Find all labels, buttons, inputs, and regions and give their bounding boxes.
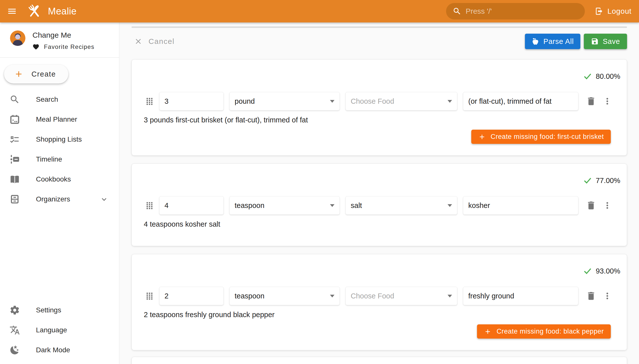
search-input[interactable] <box>466 7 580 16</box>
hamburger-menu-button[interactable] <box>7 6 17 16</box>
food-select[interactable]: Choose Food <box>345 287 457 305</box>
sidebar-item-shopping-lists[interactable]: Shopping Lists <box>0 130 119 149</box>
parser-toolbar: Cancel Parse All Save <box>132 34 627 49</box>
timeline-icon <box>10 154 20 164</box>
sidebar-item-label: Settings <box>36 306 61 314</box>
ingredient-fields-row: pound Choose Food <box>132 92 627 110</box>
note-input[interactable] <box>463 287 578 305</box>
food-value: salt <box>351 202 362 210</box>
quantity-input[interactable] <box>159 196 224 215</box>
favorite-recipes-label: Favorite Recipes <box>44 44 94 50</box>
delete-button[interactable] <box>586 200 596 211</box>
sidebar-item-settings[interactable]: Settings <box>0 300 119 320</box>
unit-value: pound <box>235 97 255 106</box>
sidebar-item-organizers[interactable]: Organizers <box>0 189 119 209</box>
create-missing-food-label: Create missing food: first-cut brisket <box>491 133 604 140</box>
drag-handle[interactable] <box>146 202 153 209</box>
cancel-button[interactable]: Cancel <box>132 37 174 46</box>
search-icon <box>453 7 462 16</box>
logout-label: Logout <box>607 7 631 16</box>
original-text: 2 teaspoons freshly ground black pepper <box>144 311 615 319</box>
delete-button[interactable] <box>586 291 596 301</box>
unit-select[interactable]: teaspoon <box>229 287 340 305</box>
quantity-input[interactable] <box>159 92 224 110</box>
user-section: Change Me Favorite Recipes <box>0 22 119 50</box>
sidebar-item-label: Meal Planner <box>36 116 77 124</box>
hamburger-icon <box>7 6 17 16</box>
ingredient-card: 93.00% teaspoon Choose Food <box>132 254 627 350</box>
heart-icon <box>33 44 40 50</box>
more-menu-button[interactable] <box>602 291 612 301</box>
plus-icon <box>484 328 492 335</box>
chevron-down-icon <box>448 295 452 298</box>
ingredient-card: 80.00% pound Choose Food <box>132 59 627 156</box>
save-button[interactable]: Save <box>584 34 627 49</box>
create-missing-food-button[interactable]: Create missing food: black pepper <box>477 324 611 338</box>
chevron-down-icon <box>330 100 334 103</box>
sidebar-item-label: Shopping Lists <box>36 136 82 143</box>
sidebar-divider <box>0 57 119 58</box>
sidebar-item-dark-mode[interactable]: Dark Mode <box>0 340 119 360</box>
sidebar-item-cookbooks[interactable]: Cookbooks <box>0 169 119 189</box>
sidebar-item-label: Timeline <box>36 155 62 163</box>
quantity-input[interactable] <box>159 287 224 305</box>
chevron-down-icon <box>448 204 452 207</box>
mealie-logo-icon <box>27 3 43 19</box>
check-icon <box>583 72 592 81</box>
close-icon <box>134 37 142 46</box>
more-menu-button[interactable] <box>602 200 612 210</box>
sidebar-item-label: Dark Mode <box>36 346 70 354</box>
create-missing-food-row: Create missing food: black pepper <box>132 319 627 350</box>
note-input[interactable] <box>463 196 578 215</box>
sidebar-item-meal-planner[interactable]: Meal Planner <box>0 110 119 130</box>
more-menu-button[interactable] <box>602 96 612 106</box>
drag-handle[interactable] <box>146 292 153 300</box>
sidebar-item-timeline[interactable]: Timeline <box>0 149 119 169</box>
gear-icon <box>10 305 20 316</box>
create-missing-food-button[interactable]: Create missing food: first-cut brisket <box>471 130 611 144</box>
kebab-icon <box>602 291 612 301</box>
logout-button[interactable]: Logout <box>595 7 631 16</box>
sidebar-spacer <box>0 209 119 300</box>
drag-handle[interactable] <box>146 98 153 105</box>
sidebar-item-search[interactable]: Search <box>0 90 119 110</box>
avatar[interactable] <box>10 30 26 46</box>
archive-icon <box>10 194 20 204</box>
sidebar: Change Me Favorite Recipes Create <box>0 22 119 364</box>
confidence-percent: 93.00% <box>596 267 620 275</box>
create-button[interactable]: Create <box>4 64 68 84</box>
global-search[interactable] <box>446 3 585 20</box>
original-text: 4 teaspoons kosher salt <box>144 220 615 228</box>
unit-select[interactable]: teaspoon <box>229 196 340 215</box>
ingredient-fields-row: teaspoon salt <box>132 196 627 215</box>
ingredient-fields-row: teaspoon Choose Food <box>132 287 627 305</box>
user-name: Change Me <box>33 31 94 40</box>
confidence-badge: 93.00% <box>132 254 627 276</box>
delete-button[interactable] <box>586 96 596 106</box>
favorite-recipes-button[interactable]: Favorite Recipes <box>33 44 94 50</box>
kebab-icon <box>602 200 612 210</box>
moon-icon <box>10 345 20 355</box>
food-select[interactable]: salt <box>345 196 457 215</box>
trash-icon <box>586 291 596 301</box>
sidebar-item-label: Organizers <box>36 195 70 203</box>
note-input[interactable] <box>463 92 578 110</box>
trash-icon <box>586 200 596 211</box>
app-bar: Mealie Logout <box>0 0 639 22</box>
chevron-down-icon <box>100 195 108 203</box>
chevron-down-icon <box>330 295 334 298</box>
save-icon <box>591 38 599 46</box>
unit-select[interactable]: pound <box>229 92 340 110</box>
parse-all-button[interactable]: Parse All <box>525 34 580 49</box>
sidebar-item-label: Search <box>36 96 58 104</box>
translate-icon <box>10 325 20 335</box>
calendar-icon <box>10 114 20 125</box>
checklist-icon <box>10 134 20 144</box>
apple-icon <box>531 38 539 46</box>
cancel-label: Cancel <box>148 37 174 46</box>
sidebar-nav: Search Meal Planner <box>0 90 119 209</box>
food-select[interactable]: Choose Food <box>345 92 457 110</box>
confidence-badge: 77.00% <box>132 164 627 185</box>
check-icon <box>583 176 592 185</box>
sidebar-item-language[interactable]: Language <box>0 320 119 340</box>
